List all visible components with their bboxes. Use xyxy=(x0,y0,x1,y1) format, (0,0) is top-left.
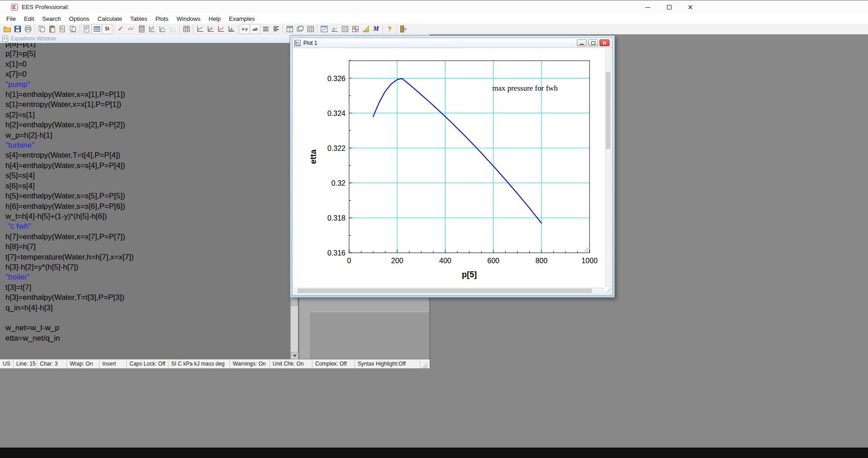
plot-maximize-button[interactable] xyxy=(588,39,598,46)
status-caps-lock[interactable]: Caps Lock: Off xyxy=(127,360,168,368)
bar-plot-button[interactable] xyxy=(226,24,236,34)
svg-text:0.324: 0.324 xyxy=(327,110,345,117)
solve-table-button[interactable]: ✓✓ xyxy=(126,24,136,34)
minimize-icon xyxy=(580,44,584,45)
svg-text:800: 800 xyxy=(535,257,547,265)
status-char-position[interactable]: Char: 3 xyxy=(37,360,67,368)
open-file-button[interactable] xyxy=(2,24,12,34)
svg-text:p[5]: p[5] xyxy=(462,270,477,279)
help-button[interactable]: ? xyxy=(384,24,395,34)
menu-file[interactable]: File xyxy=(2,14,20,23)
plot-window-frame: Plot 1 × 020040060080010000.3160.3180.32… xyxy=(292,38,613,295)
status-warnings[interactable]: Warnings: On xyxy=(230,360,270,368)
paste-button[interactable] xyxy=(47,24,57,34)
app-titlebar: EES Professional: × xyxy=(0,0,868,14)
xy-text-icon: x-y xyxy=(242,27,248,31)
plot-window-button[interactable] xyxy=(319,24,329,34)
plot-canvas[interactable]: 020040060080010000.3160.3180.320.3220.32… xyxy=(293,48,612,295)
menu-calculate[interactable]: Calculate xyxy=(93,14,126,23)
menu-options[interactable]: Options xyxy=(65,14,94,23)
scrollbar-thumb[interactable] xyxy=(606,72,610,149)
maximize-icon xyxy=(667,5,671,10)
mdi-background: Equations Window p[6]=p[1]p[7]=p[5]x[1]=… xyxy=(0,34,868,448)
menu-plots[interactable]: Plots xyxy=(151,14,173,23)
statusbar-resize-grip[interactable] xyxy=(421,362,427,368)
status-unit-settings[interactable]: SI C kPa kJ mass deg xyxy=(168,360,230,368)
minimize-button[interactable] xyxy=(637,0,658,14)
status-insert-mode[interactable]: Insert xyxy=(100,360,127,368)
cascade-windows-icon xyxy=(296,25,304,33)
background-window-panel xyxy=(310,312,429,359)
menu-search[interactable]: Search xyxy=(38,14,65,23)
align-lines-button[interactable] xyxy=(260,24,271,34)
solution-window-button[interactable] xyxy=(91,24,102,34)
plot-resize-grip[interactable] xyxy=(605,288,611,294)
status-wrap-mode[interactable]: Wrap: On xyxy=(67,360,100,368)
min-max-button[interactable] xyxy=(136,24,147,34)
status-syntax-highlight[interactable]: Syntax Highlight:Off xyxy=(355,360,420,368)
maximize-button[interactable] xyxy=(658,0,680,14)
status-keyboard-layout[interactable]: US xyxy=(0,360,14,368)
exit-button[interactable] xyxy=(398,24,408,34)
table-icon xyxy=(182,25,191,33)
folder-icon xyxy=(3,25,11,33)
grid-icon xyxy=(307,25,315,33)
property-plot-button[interactable]: x-y xyxy=(240,24,250,34)
plot-titlebar[interactable]: Plot 1 × xyxy=(293,38,612,48)
indent-lines-button[interactable] xyxy=(271,24,281,34)
tile-windows-button[interactable] xyxy=(284,24,295,34)
plot-window: Plot 1 × 020040060080010000.3160.3180.32… xyxy=(290,35,615,298)
scrollbar-thumb[interactable] xyxy=(291,297,298,306)
modify-axes-button[interactable] xyxy=(360,24,371,34)
parametric-table-button[interactable] xyxy=(181,24,192,34)
toolbar-separator xyxy=(34,25,35,33)
status-line-number[interactable]: Line: 15 xyxy=(14,360,37,368)
menu-tables[interactable]: Tables xyxy=(126,14,152,23)
lookup-table-button[interactable] xyxy=(305,24,316,34)
scroll-down-button[interactable] xyxy=(291,352,298,359)
gray-curve-icon xyxy=(169,25,177,33)
new-plot-button[interactable] xyxy=(195,24,205,34)
solve-button[interactable]: ✓ xyxy=(115,24,126,34)
find-button[interactable] xyxy=(57,24,67,34)
status-complex-mode[interactable]: Complex: Off xyxy=(312,360,355,368)
print-button[interactable] xyxy=(23,24,33,34)
function-info-button[interactable]: M xyxy=(371,24,381,34)
cascade-windows-button[interactable] xyxy=(295,24,305,34)
clipboard-icon xyxy=(48,25,56,33)
menu-windows[interactable]: Windows xyxy=(173,14,205,23)
toolbar-separator xyxy=(283,25,283,33)
toolbar-separator xyxy=(193,25,193,33)
check-units-button[interactable] xyxy=(67,24,78,34)
curve-fit-button[interactable] xyxy=(157,24,168,34)
formatted-equations-button[interactable] xyxy=(81,24,91,34)
menubar: FileEditSearchOptionsCalculateTablesPlot… xyxy=(0,14,868,24)
zigzag-plot-icon xyxy=(217,25,225,33)
curve-info-button[interactable]: ab xyxy=(250,24,260,34)
plot-vertical-scrollbar[interactable] xyxy=(605,49,611,287)
check-icon: ✓ xyxy=(118,25,124,32)
regression-button xyxy=(168,24,178,34)
plot-close-button[interactable]: × xyxy=(599,39,609,46)
copy-button[interactable] xyxy=(36,24,47,34)
save-button[interactable] xyxy=(12,24,23,34)
integral-table-button[interactable] xyxy=(350,24,360,34)
unit-system-button[interactable]: SI xyxy=(102,24,112,34)
close-button[interactable]: × xyxy=(680,0,701,14)
plot-chart-svg: 020040060080010000.3160.3180.320.3220.32… xyxy=(293,48,612,295)
menu-help[interactable]: Help xyxy=(205,14,225,23)
array-table-button[interactable] xyxy=(340,24,350,34)
plot-minimize-button[interactable] xyxy=(577,39,587,46)
xy-plot-button[interactable] xyxy=(216,24,226,34)
overlay-plot-button[interactable] xyxy=(205,24,216,34)
uncertainty-button[interactable] xyxy=(147,24,157,34)
plot-window-title: Plot 1 xyxy=(303,40,317,46)
scrollbar-thumb[interactable] xyxy=(297,289,592,293)
menu-edit[interactable]: Edit xyxy=(20,14,38,23)
menu-examples[interactable]: Examples xyxy=(225,14,259,23)
close-icon: × xyxy=(687,4,693,11)
3d-plot-button[interactable] xyxy=(329,24,340,34)
svg-text:0.316: 0.316 xyxy=(327,249,345,257)
status-unit-check[interactable]: Unit Chk: On xyxy=(270,360,312,368)
plot-horizontal-scrollbar[interactable] xyxy=(293,288,604,294)
